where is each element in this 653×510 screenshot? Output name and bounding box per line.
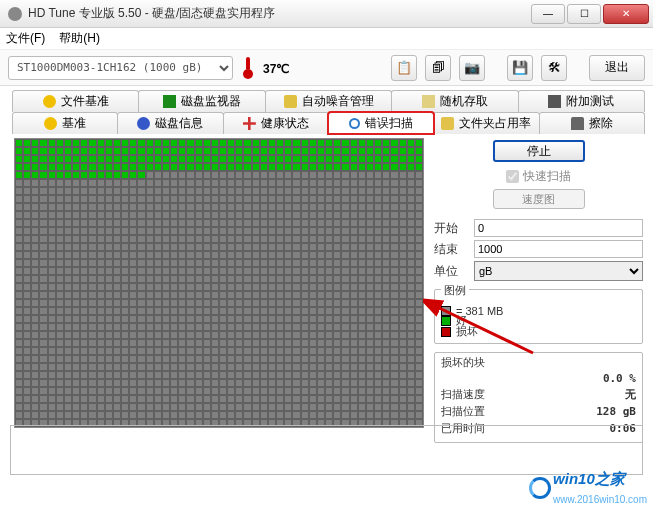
legend-bad-icon xyxy=(441,327,451,337)
bulb-icon xyxy=(44,117,57,130)
tab-aam[interactable]: 自动噪音管理 xyxy=(265,90,392,112)
info-icon xyxy=(137,117,150,130)
unit-select[interactable]: gB xyxy=(474,261,643,281)
tab-info[interactable]: 磁盘信息 xyxy=(117,112,223,134)
magnifier-icon xyxy=(349,118,360,129)
tab-extra-tests[interactable]: 附加测试 xyxy=(518,90,645,112)
tab-disk-monitor[interactable]: 磁盘监视器 xyxy=(138,90,265,112)
app-icon xyxy=(8,7,22,21)
copy-info-button[interactable]: 📋 xyxy=(391,55,417,81)
health-icon xyxy=(243,117,256,130)
menu-help[interactable]: 帮助(H) xyxy=(59,30,100,47)
tab-erase[interactable]: 擦除 xyxy=(539,112,645,134)
menu-file[interactable]: 文件(F) xyxy=(6,30,45,47)
tab-file-benchmark[interactable]: 文件基准 xyxy=(12,90,139,112)
tab-health[interactable]: 健康状态 xyxy=(223,112,329,134)
extra-icon xyxy=(548,95,561,108)
trash-icon xyxy=(571,117,584,130)
tab-random-access[interactable]: 随机存取 xyxy=(391,90,518,112)
unit-label: 单位 xyxy=(434,263,474,280)
error-scan-block-map xyxy=(14,138,424,428)
minimize-button[interactable]: — xyxy=(531,4,565,24)
speaker-icon xyxy=(284,95,297,108)
start-input[interactable] xyxy=(474,219,643,237)
stop-button[interactable]: 停止 xyxy=(493,140,585,162)
random-icon xyxy=(422,95,435,108)
legend-title: 图例 xyxy=(441,284,469,296)
maximize-button[interactable]: ☐ xyxy=(567,4,601,24)
quick-scan-checkbox[interactable]: 快速扫描 xyxy=(434,168,643,185)
watermark: win10之家www.2016win10.com xyxy=(529,470,647,506)
copy-screenshot-button[interactable]: 🗐 xyxy=(425,55,451,81)
watermark-logo-icon xyxy=(529,477,551,499)
log-panel xyxy=(10,425,643,475)
drive-select[interactable]: ST1000DM003-1CH162 (1000 gB) xyxy=(8,56,233,80)
chart-icon xyxy=(163,95,176,108)
window-titlebar: HD Tune 专业版 5.50 - 硬盘/固态硬盘实用程序 — ☐ ✕ xyxy=(0,0,653,28)
end-label: 结束 xyxy=(434,241,474,258)
damaged-title: 损坏的块 xyxy=(441,356,485,368)
legend-block-icon xyxy=(441,306,451,316)
folder-icon xyxy=(441,117,454,130)
window-title: HD Tune 专业版 5.50 - 硬盘/固态硬盘实用程序 xyxy=(28,5,529,22)
screenshot-button[interactable]: 📷 xyxy=(459,55,485,81)
start-label: 开始 xyxy=(434,220,474,237)
temperature: 37℃ xyxy=(263,59,289,77)
file-icon xyxy=(43,95,56,108)
tab-benchmark[interactable]: 基准 xyxy=(12,112,118,134)
legend-good-icon xyxy=(441,316,451,326)
tab-folder-usage[interactable]: 文件夹占用率 xyxy=(433,112,539,134)
exit-button[interactable]: 退出 xyxy=(589,55,645,81)
quick-scan-input[interactable] xyxy=(506,170,519,183)
toolbar: ST1000DM003-1CH162 (1000 gB) 37℃ 📋 🗐 📷 💾… xyxy=(0,50,653,86)
options-button[interactable]: 🛠 xyxy=(541,55,567,81)
tab-error-scan[interactable]: 错误扫描 xyxy=(328,112,434,134)
legend-box: 图例 = 381 MB 好 损坏 xyxy=(434,289,643,344)
close-button[interactable]: ✕ xyxy=(603,4,649,24)
save-button[interactable]: 💾 xyxy=(507,55,533,81)
menu-bar: 文件(F) 帮助(H) xyxy=(0,28,653,50)
thermometer-icon xyxy=(241,57,255,79)
end-input[interactable] xyxy=(474,240,643,258)
speed-map-button[interactable]: 速度图 xyxy=(493,189,585,209)
